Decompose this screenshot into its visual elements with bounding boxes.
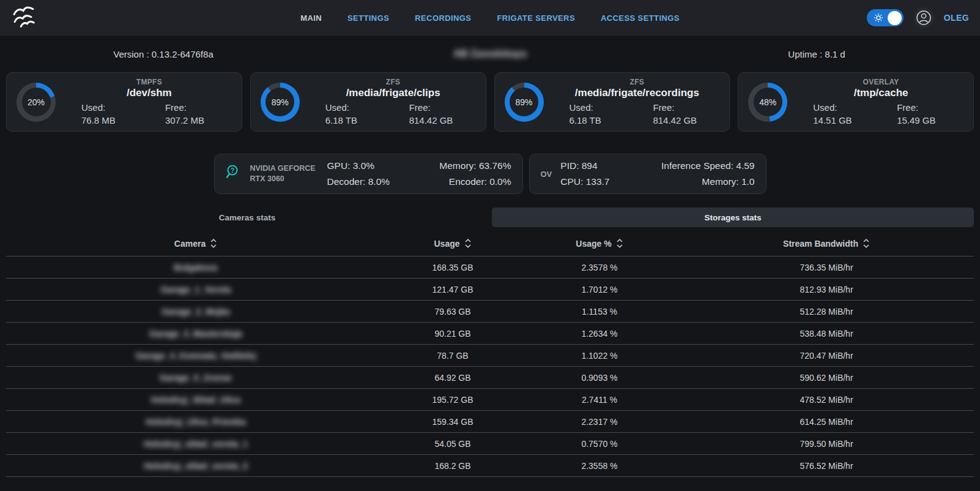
usage-percent-cell: 2.2317 % — [520, 417, 679, 427]
toggle-knob — [888, 11, 902, 25]
donut-percent-label: 48% — [754, 88, 782, 116]
process-cards-row: ? NVIDIA GEFORCE RTX 3060 GPU: 3.0% Deco… — [0, 154, 980, 194]
fs-path-label: /media/frigate/clips — [310, 87, 477, 99]
camera-name-cell: Holodnyj_Ulica_Priemka — [6, 417, 385, 427]
used-label: Used: — [325, 101, 349, 114]
table-row: Bulgakova 168.35 GB 2.3578 % 736.35 MiB/… — [6, 257, 974, 279]
header-bandwidth-label: Stream Bandwidth — [783, 239, 858, 249]
storage-card-info: ZFS /media/frigate/clips Used: 6.18 TB F… — [310, 78, 477, 127]
table-body: Bulgakova 168.35 GB 2.3578 % 736.35 MiB/… — [6, 257, 974, 491]
tab-storages-stats[interactable]: Storages stats — [492, 208, 974, 227]
sort-icon — [616, 239, 623, 248]
sort-header-usage-percent[interactable]: Usage % — [520, 239, 679, 249]
nav-item-settings[interactable]: SETTINGS — [347, 13, 389, 23]
detector-inference-stat: Inference Speed: 4.59 — [661, 158, 755, 174]
usage-donut-chart: 89% — [261, 83, 300, 122]
theme-toggle[interactable] — [867, 9, 904, 26]
camera-name-cell: Holodnyj_Sklad_Ulica — [6, 395, 385, 405]
sort-icon — [863, 239, 870, 248]
free-label: Free: — [409, 101, 431, 114]
bandwidth-cell: 614.25 MiB/hr — [679, 417, 974, 427]
bandwidth-cell: 812.93 MiB/hr — [679, 285, 974, 294]
used-value: 14.51 GB — [813, 114, 852, 127]
bandwidth-cell: 720.47 MiB/hr — [679, 351, 974, 361]
bandwidth-cell: 512.28 MiB/hr — [679, 307, 974, 317]
camera-name-cell: Bulgakova — [6, 263, 385, 272]
usage-cell: 168.2 GB — [385, 461, 520, 471]
storage-card-dev-shm: 20% TMPFS /dev/shm Used: 76.8 MB Free: 3… — [6, 72, 242, 132]
gpu-search-icon: ? — [226, 164, 242, 184]
fs-type-label: OVERLAY — [797, 78, 965, 86]
storage-card-tmp-cache: 48% OVERLAY /tmp/cache Used: 14.51 GB Fr… — [738, 72, 974, 132]
usage-cell: 54.05 GB — [385, 439, 520, 449]
version-label: Version : 0.13.2-6476f8a — [0, 49, 327, 59]
nav-item-access-settings[interactable]: ACCESS SETTINGS — [601, 13, 680, 23]
usage-percent-cell: 2.3558 % — [520, 461, 679, 471]
usage-cell: 195.72 GB — [385, 395, 520, 405]
header-usage-percent-label: Usage % — [576, 239, 611, 249]
table-row: Garage_2_Mojka 79.63 GB 1.1153 % 512.28 … — [6, 301, 974, 323]
usage-percent-cell: 0.9093 % — [520, 373, 679, 383]
usage-donut-chart: 89% — [505, 83, 544, 122]
free-value: 814.42 GB — [653, 114, 697, 127]
camera-name-cell: Garage_3_Masterskaja — [6, 329, 385, 339]
sort-header-bandwidth[interactable]: Stream Bandwidth — [679, 239, 974, 249]
free-value: 15.49 GB — [897, 114, 935, 127]
detector-name-label: OV — [541, 170, 552, 179]
usage-donut-chart: 48% — [748, 83, 787, 122]
used-value: 6.18 TB — [570, 114, 601, 127]
tab-cameras-stats[interactable]: Cameras stats — [6, 208, 488, 227]
fs-path-label: /tmp/cache — [797, 87, 965, 99]
donut-percent-label: 20% — [22, 88, 51, 116]
free-value: 814.42 GB — [409, 114, 453, 127]
used-value: 6.18 TB — [325, 114, 357, 127]
bandwidth-cell: 590.62 MiB/hr — [679, 373, 974, 383]
camera-name-cell: Garage_1_Vorota — [6, 285, 385, 294]
storage-card-clips: 89% ZFS /media/frigate/clips Used: 6.18 … — [250, 72, 486, 132]
table-row: Garage_3_Masterskaja 90.21 GB 1.2634 % 5… — [6, 323, 974, 345]
bandwidth-cell: 799.50 MiB/hr — [679, 439, 974, 449]
storage-card-info: OVERLAY /tmp/cache Used: 14.51 GB Free: … — [797, 78, 965, 127]
camera-name-cell: Holodnyj_sklad_vorota_1 — [6, 439, 385, 449]
info-bar: Version : 0.13.2-6476f8a AB Zavodskaya U… — [0, 36, 980, 72]
free-label: Free: — [165, 101, 187, 114]
uptime-label: Uptime : 8.1 d — [653, 49, 980, 59]
username-label[interactable]: OLEG — [944, 13, 969, 23]
frigate-logo-icon[interactable] — [11, 5, 40, 31]
table-row: Holodnyj_Ulica_Priemka 159.34 GB 2.2317 … — [6, 411, 974, 433]
free-value: 307.2 MB — [165, 114, 204, 127]
table-row: Garage_5_Zvonar 64.92 GB 0.9093 % 590.62… — [6, 367, 974, 389]
bandwidth-cell: 478.52 MiB/hr — [679, 395, 974, 405]
used-label: Used: — [81, 101, 105, 114]
usage-cell: 159.34 GB — [385, 417, 520, 427]
nav-links: MAIN SETTINGS RECORDINGS FRIGATE SERVERS… — [300, 13, 680, 23]
user-avatar-icon[interactable] — [913, 7, 934, 28]
nav-item-frigate-servers[interactable]: FRIGATE SERVERS — [497, 13, 575, 23]
usage-percent-cell: 1.1022 % — [520, 351, 679, 361]
storage-card-info: TMPFS /dev/shm Used: 76.8 MB Free: 307.2… — [65, 78, 233, 127]
fs-type-label: TMPFS — [65, 78, 233, 86]
sun-icon — [872, 12, 885, 24]
nav-item-main[interactable]: MAIN — [300, 13, 322, 23]
free-label: Free: — [653, 101, 674, 114]
sort-header-camera[interactable]: Camera — [6, 239, 385, 249]
sort-header-usage[interactable]: Usage — [385, 239, 520, 249]
camera-name-cell: Holodnyj_sklad_vorota_2 — [6, 461, 385, 471]
bandwidth-cell: 576.52 MiB/hr — [679, 461, 974, 471]
stats-tabs: Cameras stats Storages stats — [6, 208, 974, 227]
usage-cell: 90.21 GB — [385, 329, 520, 339]
storage-cards-row: 20% TMPFS /dev/shm Used: 76.8 MB Free: 3… — [6, 72, 974, 132]
header-camera-label: Camera — [174, 239, 206, 249]
server-name-label: AB Zavodskaya — [327, 48, 653, 59]
camera-name-cell: Garage_2_Mojka — [6, 307, 385, 317]
table-row: Garage_4_Komnata_Voditelej 78.7 GB 1.102… — [6, 345, 974, 367]
usage-donut-chart: 20% — [17, 83, 56, 122]
table-row: Holodnyj_Sklad_Ulica 195.72 GB 2.7411 % … — [6, 389, 974, 411]
used-label: Used: — [813, 101, 837, 114]
nav-item-recordings[interactable]: RECORDINGS — [415, 13, 471, 23]
usage-cell: 121.47 GB — [385, 285, 520, 294]
sort-icon — [210, 239, 217, 248]
fs-path-label: /media/frigate/recordings — [554, 87, 721, 99]
bandwidth-cell: 736.35 MiB/hr — [679, 263, 974, 272]
fs-type-label: ZFS — [310, 78, 477, 86]
